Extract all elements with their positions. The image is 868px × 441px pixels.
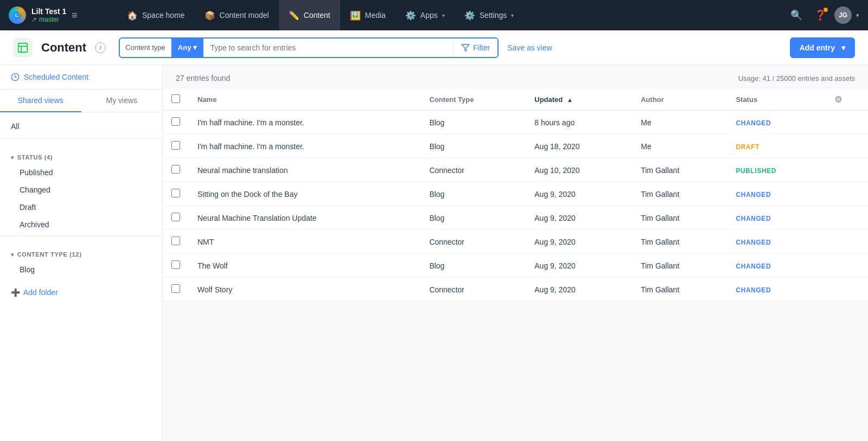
table-row[interactable]: I'm half machine. I'm a monster. Blog 8 … <box>163 111 868 135</box>
top-navigation: L Lilt Test 1 ↗master ≡ 🏠 Space home 📦 C… <box>0 0 868 30</box>
add-folder-button[interactable]: ➕ Add folder <box>0 283 162 302</box>
row-checkbox[interactable] <box>171 237 180 245</box>
row-checkbox[interactable] <box>171 117 180 126</box>
status-col-header: Status <box>727 89 825 111</box>
table-row[interactable]: Neural Machine Translation Update Blog A… <box>163 206 868 230</box>
entry-content-type: Connector <box>420 278 526 302</box>
row-checkbox[interactable] <box>171 189 180 197</box>
row-checkbox[interactable] <box>171 165 180 174</box>
entry-name: Neural machine translation <box>189 158 420 182</box>
nav-media-label: Media <box>365 11 386 20</box>
user-avatar[interactable]: JG <box>834 7 852 24</box>
entry-name: I'm half machine. I'm a monster. <box>189 135 420 158</box>
nav-apps-label: Apps <box>420 11 438 20</box>
subheader: Content i Content type Any ▾ Filter Save… <box>0 30 868 65</box>
app-branch: ↗master <box>31 16 66 23</box>
clock-icon <box>11 73 20 81</box>
sidebar-status-draft[interactable]: Draft <box>0 199 162 216</box>
nav-content-model[interactable]: 📦 Content model <box>195 0 279 30</box>
sidebar-divider-1 <box>0 138 162 139</box>
table-header: Name Content Type Updated ▲ Author Statu… <box>163 89 868 111</box>
entry-status: DRAFT <box>736 143 760 151</box>
tab-my-views[interactable]: My views <box>81 90 163 112</box>
home-icon: 🏠 <box>127 10 138 21</box>
menu-toggle-icon[interactable]: ≡ <box>72 10 78 21</box>
entry-status: CHANGED <box>736 286 771 294</box>
filter-button[interactable]: Filter <box>453 39 497 57</box>
app-title: Lilt Test 1 <box>31 7 66 16</box>
updated-col-header[interactable]: Updated ▲ <box>526 89 632 111</box>
row-checkbox[interactable] <box>171 284 180 293</box>
nav-space-home[interactable]: 🏠 Space home <box>117 0 195 30</box>
entry-author: Me <box>632 135 727 158</box>
tab-shared-views[interactable]: Shared views <box>0 90 81 112</box>
entry-author: Tim Gallant <box>632 158 727 182</box>
search-button[interactable]: 🔍 <box>787 5 806 25</box>
sidebar-status-group: ▾ STATUS (4) Published Changed Draft Arc… <box>0 145 162 242</box>
entry-status: PUBLISHED <box>736 167 776 175</box>
table-settings-icon[interactable]: ⚙ <box>834 95 842 104</box>
table-row[interactable]: Wolf Story Connector Aug 9, 2020 Tim Gal… <box>163 278 868 302</box>
content-type-dropdown[interactable]: Any ▾ <box>171 39 204 57</box>
entries-usage: Usage: 41 / 25000 entries and assets <box>738 74 855 82</box>
nav-content-model-label: Content model <box>220 11 269 20</box>
add-entry-button[interactable]: Add entry ▾ <box>790 37 855 58</box>
save-as-view-button[interactable]: Save as view <box>507 43 552 52</box>
sidebar-status-archived[interactable]: Archived <box>0 216 162 233</box>
sidebar-status-published[interactable]: Published <box>0 164 162 181</box>
entries-table: Name Content Type Updated ▲ Author Statu… <box>163 89 868 302</box>
entries-header: 27 entries found Usage: 41 / 25000 entri… <box>163 65 868 89</box>
status-group-header[interactable]: ▾ STATUS (4) <box>0 150 162 164</box>
entry-content-type: Blog <box>420 111 526 135</box>
entry-status: CHANGED <box>736 239 771 246</box>
entry-name: Neural Machine Translation Update <box>189 206 420 230</box>
media-icon: 🖼️ <box>350 10 361 21</box>
entry-status: CHANGED <box>736 119 771 127</box>
row-checkbox[interactable] <box>171 213 180 221</box>
search-bar: Content type Any ▾ Filter <box>119 37 499 58</box>
search-input[interactable] <box>203 43 453 52</box>
entry-updated: Aug 9, 2020 <box>526 182 632 206</box>
entries-table-body: I'm half machine. I'm a monster. Blog 8 … <box>163 111 868 302</box>
select-all-col <box>163 89 189 111</box>
row-checkbox[interactable] <box>171 260 180 269</box>
table-row[interactable]: The Wolf Blog Aug 9, 2020 Tim Gallant CH… <box>163 254 868 278</box>
app-name-group: Lilt Test 1 ↗master <box>31 7 66 23</box>
sidebar-status-changed[interactable]: Changed <box>0 181 162 199</box>
nav-content-label: Content <box>304 11 330 20</box>
table-row[interactable]: NMT Connector Aug 9, 2020 Tim Gallant CH… <box>163 230 868 254</box>
row-checkbox[interactable] <box>171 141 180 150</box>
notification-wrapper: ❓ <box>810 5 830 25</box>
nav-space-home-label: Space home <box>142 11 185 20</box>
content-type-group-header[interactable]: ▾ CONTENT TYPE (12) <box>0 247 162 261</box>
nav-apps[interactable]: ⚙️ Apps ▾ <box>395 0 455 30</box>
content-type-collapse-icon: ▾ <box>11 252 14 258</box>
entry-status: CHANGED <box>736 215 771 222</box>
nav-media[interactable]: 🖼️ Media <box>340 0 395 30</box>
scheduled-content-link[interactable]: Scheduled Content <box>0 65 162 90</box>
settings-arrow-icon: ▾ <box>511 12 514 18</box>
entry-status: CHANGED <box>736 191 771 199</box>
avatar-dropdown-arrow[interactable]: ▾ <box>856 12 859 19</box>
table-row[interactable]: I'm half machine. I'm a monster. Blog Au… <box>163 135 868 158</box>
nav-right: 🔍 ❓ JG ▾ <box>787 5 859 25</box>
nav-content[interactable]: ✏️ Content <box>279 0 340 30</box>
sidebar-content-type-blog[interactable]: Blog <box>0 261 162 278</box>
table-row[interactable]: Sitting on the Dock of the Bay Blog Aug … <box>163 182 868 206</box>
table-row[interactable]: Neural machine translation Connector Aug… <box>163 158 868 182</box>
select-all-checkbox[interactable] <box>171 94 180 103</box>
app-logo: L <box>9 7 26 24</box>
sidebar-all-item[interactable]: All <box>0 117 162 136</box>
status-collapse-icon: ▾ <box>11 155 14 161</box>
nav-links: 🏠 Space home 📦 Content model ✏️ Content … <box>117 0 787 30</box>
entry-updated: Aug 10, 2020 <box>526 158 632 182</box>
entry-content-type: Connector <box>420 230 526 254</box>
content-model-icon: 📦 <box>205 10 215 21</box>
sidebar-all-section: All <box>0 112 162 145</box>
add-folder-label: Add folder <box>23 288 58 297</box>
app-brand: L Lilt Test 1 ↗master ≡ <box>9 7 117 24</box>
help-icon[interactable]: i <box>95 42 106 53</box>
status-group-label: STATUS (4) <box>17 154 53 161</box>
nav-settings[interactable]: ⚙️ Settings ▾ <box>455 0 524 30</box>
sort-asc-icon: ▲ <box>567 97 573 103</box>
